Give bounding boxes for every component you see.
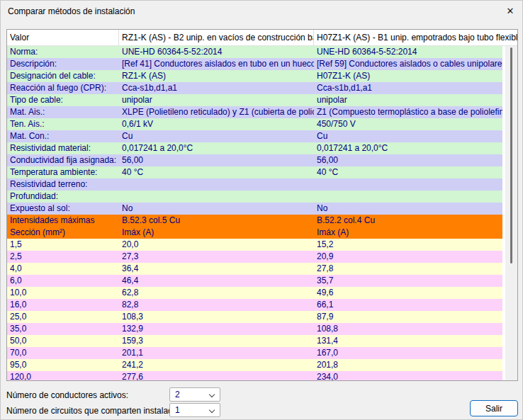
ampacity-row-cell-imax1: 159,3 xyxy=(119,335,314,347)
ampacity-row-cell-imax2: 167,0 xyxy=(314,347,502,359)
ampacity-row: 120,0277,6234,0 xyxy=(7,371,502,381)
info-row-cell-label: Temperatura ambiente: xyxy=(7,166,119,178)
close-icon[interactable]: ✕ xyxy=(502,4,519,18)
chevron-down-icon xyxy=(209,407,215,413)
active-conductors-label: Número de conductores activos: xyxy=(6,390,128,400)
section-subheader-row-cell-label: Sección (mm²) xyxy=(7,227,119,239)
table-header-row: Valor RZ1-K (AS) - B2 unip. en vacíos de… xyxy=(7,30,517,46)
shared-circuits-label: Número de circuitos que comparten instal… xyxy=(6,406,186,416)
comparison-table: Valor RZ1-K (AS) - B2 unip. en vacíos de… xyxy=(6,29,518,381)
ampacity-row-cell-seccion: 25,0 xyxy=(7,311,119,323)
info-row-cell-label: Profundidad: xyxy=(7,191,119,203)
info-row-cell-v1: UNE-HD 60364-5-52:2014 xyxy=(119,46,314,58)
ampacity-row: 16,082,866,1 xyxy=(7,299,502,311)
info-row-cell-v2: Cu xyxy=(314,130,502,142)
ampacity-row-cell-imax1: 132,9 xyxy=(119,323,314,335)
info-row: Expuesto al sol:NoNo xyxy=(7,203,502,215)
ampacity-row-cell-seccion: 95,0 xyxy=(7,359,119,371)
info-row-cell-v1 xyxy=(119,178,314,191)
info-row-cell-v1: XLPE (Polietileno reticulado) y Z1 (cubi… xyxy=(119,106,314,118)
info-row: Norma:UNE-HD 60364-5-52:2014UNE-HD 60364… xyxy=(7,46,502,58)
ampacity-row-cell-imax2: 35,7 xyxy=(314,275,502,287)
info-row-cell-v1: RZ1-K (AS) xyxy=(119,70,314,82)
table-header-method-1: RZ1-K (AS) - B2 unip. en vacíos de const… xyxy=(119,30,314,45)
info-row: Descripción:[Ref 41] Conductores aislado… xyxy=(7,58,502,70)
ampacity-row-cell-imax1: 20,0 xyxy=(119,239,314,251)
info-row-cell-v2: Z1 (Compuesto termoplástico a base de po… xyxy=(314,106,502,118)
info-row-cell-v2: 56,00 xyxy=(314,154,502,166)
compare-installation-methods-dialog: { "window": { "title": "Comparar métodos… xyxy=(0,0,523,420)
active-conductors-select[interactable]: 2 xyxy=(169,387,220,402)
info-row-cell-v2: No xyxy=(314,203,502,215)
ampacity-row-cell-imax1: 277,6 xyxy=(119,371,314,381)
ampacity-row-cell-imax2: 27,8 xyxy=(314,263,502,275)
info-row-cell-v1: 0,017241 a 20,0°C xyxy=(119,142,314,154)
info-row-cell-label: Tipo de cable: xyxy=(7,94,119,106)
info-row-cell-v1: Cu xyxy=(119,130,314,142)
section-subheader-row-cell-v2: Imáx (A) xyxy=(314,227,502,239)
info-row-cell-v1: 40 °C xyxy=(119,166,314,178)
info-row-cell-v2 xyxy=(314,178,502,191)
ampacity-row-cell-imax1: 36,4 xyxy=(119,263,314,275)
info-row-cell-label: Conductividad fija asignada: xyxy=(7,154,119,166)
info-row-cell-v2: 450/750 V xyxy=(314,118,502,130)
info-row-cell-label: Designación del cable: xyxy=(7,70,119,82)
ampacity-row-cell-imax2: 234,0 xyxy=(314,371,502,381)
ampacity-row: 50,0159,3131,4 xyxy=(7,335,502,347)
ampacity-row-cell-imax1: 62,8 xyxy=(119,287,314,299)
ampacity-row-cell-imax2: 20,9 xyxy=(314,251,502,263)
info-row: Reacción al fuego (CPR):Cca-s1b,d1,a1Cca… xyxy=(7,82,502,94)
ampacity-row-cell-seccion: 120,0 xyxy=(7,371,119,381)
ampacity-row-cell-seccion: 1,5 xyxy=(7,239,119,251)
ampacity-row-cell-imax1: 108,3 xyxy=(119,311,314,323)
ampacity-row-cell-seccion: 6,0 xyxy=(7,275,119,287)
info-row-cell-v2: unipolar xyxy=(314,94,502,106)
scrollbar-thumb[interactable] xyxy=(510,47,512,263)
info-row-cell-label: Resistividad terreno: xyxy=(7,178,119,191)
ampacity-row-cell-imax2: 49,6 xyxy=(314,287,502,299)
info-row-cell-v2: [Ref 59] Conductores aislados o cables u… xyxy=(314,58,502,70)
info-row: Designación del cable:RZ1-K (AS)H07Z1-K … xyxy=(7,70,502,82)
ampacity-row-cell-seccion: 16,0 xyxy=(7,299,119,311)
ampacity-row: 35,0132,9108,8 xyxy=(7,323,502,335)
info-row: Resistividad material:0,017241 a 20,0°C0… xyxy=(7,142,502,154)
info-row: Ten. Ais.:0,6/1 kV450/750 V xyxy=(7,118,502,130)
table-body: Norma:UNE-HD 60364-5-52:2014UNE-HD 60364… xyxy=(7,46,502,381)
ampacity-row-cell-imax1: 201,1 xyxy=(119,347,314,359)
ampacity-row-cell-imax2: 201,8 xyxy=(314,359,502,371)
ampacity-row-cell-imax1: 27,3 xyxy=(119,251,314,263)
ampacity-row: 4,036,427,8 xyxy=(7,263,502,275)
info-row-cell-v1: No xyxy=(119,203,314,215)
ampacity-row: 6,046,435,7 xyxy=(7,275,502,287)
info-row: Resistividad terreno: xyxy=(7,178,502,191)
table-header-valor: Valor xyxy=(7,30,119,45)
info-row-cell-v2: UNE-HD 60364-5-52:2014 xyxy=(314,46,502,58)
info-row-cell-v2: Cca-s1b,d1,a1 xyxy=(314,82,502,94)
info-row-cell-label: Descripción: xyxy=(7,58,119,70)
info-row-cell-v1: 0,6/1 kV xyxy=(119,118,314,130)
info-row-cell-v1 xyxy=(119,191,314,203)
section-subheader-row-cell-v1: Imáx (A) xyxy=(119,227,314,239)
ampacity-row-cell-seccion: 4,0 xyxy=(7,263,119,275)
info-row-cell-v1: 56,00 xyxy=(119,154,314,166)
ampacity-row: 70,0201,1167,0 xyxy=(7,347,502,359)
ampacity-row-cell-imax2: 131,4 xyxy=(314,335,502,347)
vertical-scrollbar[interactable] xyxy=(505,46,517,380)
ampacity-row: 10,062,849,6 xyxy=(7,287,502,299)
active-conductors-value: 2 xyxy=(175,390,180,400)
ampacity-row: 2,527,320,9 xyxy=(7,251,502,263)
shared-circuits-value: 1 xyxy=(175,405,180,416)
info-row-cell-v1: unipolar xyxy=(119,94,314,106)
info-row-cell-v2: 0,017241 a 20,0°C xyxy=(314,142,502,154)
ampacity-row-cell-imax1: 241,2 xyxy=(119,359,314,371)
info-row: Profundidad: xyxy=(7,191,502,203)
info-row-cell-label: Resistividad material: xyxy=(7,142,119,154)
info-row-cell-label: Reacción al fuego (CPR): xyxy=(7,82,119,94)
ampacity-row-cell-seccion: 70,0 xyxy=(7,347,119,359)
ampacity-row: 1,520,015,2 xyxy=(7,239,502,251)
ampacity-row-cell-seccion: 10,0 xyxy=(7,287,119,299)
exit-button[interactable]: Salir xyxy=(470,400,518,416)
shared-circuits-select[interactable]: 1 xyxy=(169,403,220,417)
info-row-cell-v1: [Ref 41] Conductores aislados en tubo en… xyxy=(119,58,314,70)
ampacity-row-cell-imax2: 108,8 xyxy=(314,323,502,335)
